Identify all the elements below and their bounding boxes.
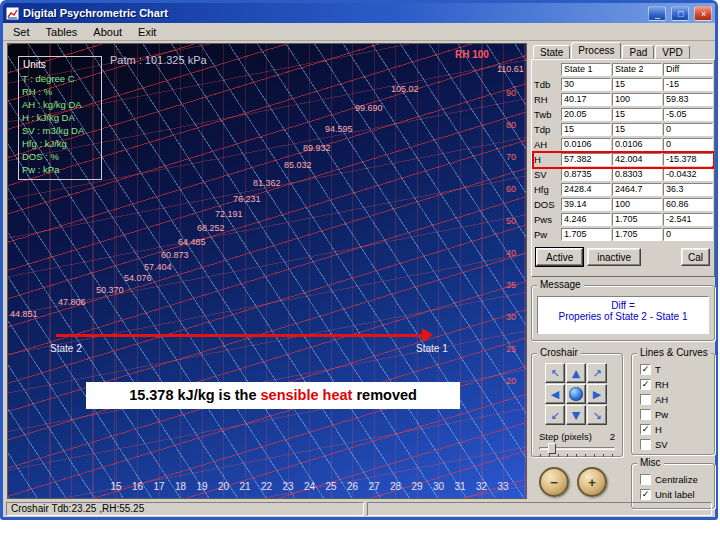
value-cell[interactable]: 15 bbox=[561, 123, 611, 136]
value-cell[interactable]: 0 bbox=[663, 138, 713, 151]
pan-up-button[interactable]: ▲ bbox=[566, 363, 586, 383]
zoom-out-button[interactable]: − bbox=[539, 467, 569, 497]
step-label: Step (pixels) bbox=[539, 431, 592, 442]
value-cell[interactable]: 0.0106 bbox=[561, 138, 611, 151]
value-cell[interactable]: 59.83 bbox=[663, 93, 713, 106]
enthalpy-label: 68.252 bbox=[197, 223, 225, 233]
title-bar: Digital Psychrometric Chart _ □ × bbox=[3, 3, 715, 23]
value-cell[interactable]: 39.14 bbox=[561, 198, 611, 211]
curve-toggle-t[interactable]: T bbox=[640, 362, 714, 377]
pan-down-left-button[interactable]: ↙ bbox=[545, 405, 565, 425]
curve-toggle-sv[interactable]: SV bbox=[640, 437, 714, 452]
close-button[interactable]: × bbox=[694, 6, 712, 21]
value-cell[interactable]: 57.382 bbox=[561, 153, 611, 166]
value-cell[interactable]: 36.3 bbox=[663, 183, 713, 196]
value-cell[interactable]: 1.705 bbox=[612, 228, 662, 241]
value-cell[interactable]: 100 bbox=[612, 93, 662, 106]
cal-button[interactable]: Cal bbox=[681, 248, 710, 266]
zoom-in-button[interactable]: + bbox=[577, 467, 607, 497]
value-cell[interactable]: -2.541 bbox=[663, 213, 713, 226]
maximize-button[interactable]: □ bbox=[671, 6, 689, 21]
value-cell[interactable]: 40.17 bbox=[561, 93, 611, 106]
curve-toggle-pw[interactable]: Pw bbox=[640, 407, 714, 422]
slider-thumb[interactable] bbox=[548, 443, 556, 454]
value-cell[interactable]: -15.378 bbox=[663, 153, 713, 166]
checkbox bbox=[640, 379, 651, 390]
table-row-dos: DOS39.1410060.86 bbox=[534, 198, 712, 212]
app-window: Digital Psychrometric Chart _ □ × SetTab… bbox=[0, 0, 718, 520]
menu-item-set[interactable]: Set bbox=[5, 25, 38, 39]
rh-curve-label: 20 bbox=[506, 376, 516, 386]
tab-pad[interactable]: Pad bbox=[622, 45, 654, 59]
value-cell[interactable]: 15 bbox=[612, 123, 662, 136]
checkbox-label: Centralize bbox=[655, 474, 698, 485]
slider-ticks bbox=[540, 454, 614, 457]
value-cell[interactable]: 0.8303 bbox=[612, 168, 662, 181]
pan-up-left-button[interactable]: ↖ bbox=[545, 363, 565, 383]
checkbox-label: RH bbox=[655, 379, 669, 390]
control-panel: StateProcessPadVPD State 1State 2DiffTdb… bbox=[531, 43, 715, 501]
tab-state[interactable]: State bbox=[533, 45, 570, 59]
psychrometric-chart-area[interactable]: Patm : 101.325 kPa RH 100 Units T : degr… bbox=[7, 43, 527, 499]
table-header-row: State 1State 2Diff bbox=[534, 63, 712, 77]
value-cell[interactable]: 1.705 bbox=[561, 228, 611, 241]
rh-curve-label: 60 bbox=[506, 184, 516, 194]
recenter-globe-button[interactable] bbox=[566, 384, 586, 404]
pan-up-right-button[interactable]: ↗ bbox=[587, 363, 607, 383]
curve-toggle-h[interactable]: H bbox=[640, 422, 714, 437]
value-cell[interactable]: 2428.4 bbox=[561, 183, 611, 196]
rh-curve-label: 90 bbox=[506, 88, 516, 98]
column-header: State 2 bbox=[612, 63, 662, 76]
value-cell[interactable]: -15 bbox=[663, 78, 713, 91]
curve-toggle-ah[interactable]: AH bbox=[640, 392, 714, 407]
x-tick-label: 20 bbox=[218, 481, 229, 492]
menu-item-exit[interactable]: Exit bbox=[130, 25, 164, 39]
value-cell[interactable]: -0.0432 bbox=[663, 168, 713, 181]
misc-toggle-unit-label[interactable]: Unit label bbox=[640, 487, 714, 502]
pan-left-button[interactable]: ◀ bbox=[545, 384, 565, 404]
pan-down-button[interactable]: ▼ bbox=[566, 405, 586, 425]
value-cell[interactable]: 20.05 bbox=[561, 108, 611, 121]
value-cell[interactable]: 42.004 bbox=[612, 153, 662, 166]
value-cell[interactable]: 100 bbox=[612, 198, 662, 211]
value-cell[interactable]: 0.8735 bbox=[561, 168, 611, 181]
pan-down-right-button[interactable]: ↘ bbox=[587, 405, 607, 425]
units-line: SV : m3/kg DA bbox=[22, 124, 98, 137]
units-legend-title: Units bbox=[23, 59, 98, 70]
rh-axis-label: RH 100 bbox=[455, 49, 489, 60]
value-cell[interactable]: 15 bbox=[612, 108, 662, 121]
row-label: RH bbox=[534, 93, 560, 107]
units-line: RH : % bbox=[22, 85, 98, 98]
value-cell[interactable]: 4.246 bbox=[561, 213, 611, 226]
value-cell[interactable]: 60.86 bbox=[663, 198, 713, 211]
enthalpy-label: 85.032 bbox=[284, 160, 312, 170]
menu-item-tables[interactable]: Tables bbox=[38, 25, 86, 39]
x-tick-label: 18 bbox=[175, 481, 186, 492]
value-cell[interactable]: 0 bbox=[663, 228, 713, 241]
rh-curve-label: 40 bbox=[506, 248, 516, 258]
process-arrow-head bbox=[422, 328, 433, 342]
value-cell[interactable]: 1.705 bbox=[612, 213, 662, 226]
units-line: Pw : kPa bbox=[22, 163, 98, 176]
pan-right-button[interactable]: ▶ bbox=[587, 384, 607, 404]
step-slider[interactable] bbox=[539, 443, 615, 456]
inactive-button[interactable]: inactive bbox=[587, 248, 641, 266]
value-cell[interactable]: 30 bbox=[561, 78, 611, 91]
table-row-ah: AH0.01060.01060 bbox=[534, 138, 712, 152]
value-cell[interactable]: 15 bbox=[612, 78, 662, 91]
minimize-button[interactable]: _ bbox=[648, 6, 666, 21]
value-cell[interactable]: 2464.7 bbox=[612, 183, 662, 196]
tab-strip: StateProcessPadVPD bbox=[533, 43, 691, 59]
value-cell[interactable]: 0 bbox=[663, 123, 713, 136]
active-button[interactable]: Active bbox=[536, 248, 583, 266]
tab-process[interactable]: Process bbox=[571, 42, 621, 59]
menu-item-about[interactable]: About bbox=[85, 25, 130, 39]
enthalpy-label: 60.873 bbox=[161, 250, 189, 260]
misc-toggle-centralize[interactable]: Centralize bbox=[640, 472, 714, 487]
value-cell[interactable]: 0.0106 bbox=[612, 138, 662, 151]
croshair-group: Croshair ↖▲↗◀▶↙▼↘ Step (pixels) 2 bbox=[531, 353, 623, 457]
value-cell[interactable]: -5.05 bbox=[663, 108, 713, 121]
curve-toggle-rh[interactable]: RH bbox=[640, 377, 714, 392]
tab-vpd[interactable]: VPD bbox=[655, 45, 690, 59]
checkbox bbox=[640, 424, 651, 435]
